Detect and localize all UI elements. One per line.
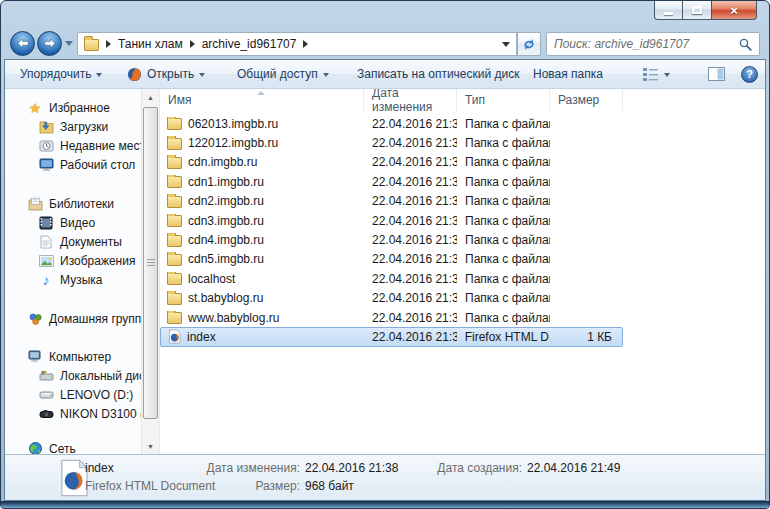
search-input[interactable]: Поиск: archive_id961707 (554, 37, 739, 51)
file-row[interactable]: www.babyblog.ru 22.04.2016 21:36 Папка с… (160, 308, 623, 327)
sidebar-scrollbar[interactable]: ▲ ▼ (141, 89, 160, 454)
file-name: cdn2.imgbb.ru (188, 194, 264, 208)
file-row[interactable]: 062013.imgbb.ru 22.04.2016 21:37 Папка с… (160, 114, 623, 133)
sidebar-item-drive-d[interactable]: LENOVO (D:) (5, 385, 141, 404)
sidebar-group-homegroup[interactable]: Домашняя группа (5, 309, 141, 328)
file-row[interactable]: cdn2.imgbb.ru 22.04.2016 21:36 Папка с ф… (160, 192, 623, 211)
sidebar-group-libraries[interactable]: Библиотеки (5, 194, 141, 213)
sidebar-group-network[interactable]: Сеть (5, 439, 141, 454)
file-date: 22.04.2016 21:36 (364, 175, 457, 189)
back-button[interactable] (10, 31, 35, 56)
sidebar-item-label: Изображения (60, 254, 135, 268)
details-created-value: 22.04.2016 21:49 (527, 461, 620, 475)
file-type: Firefox HTML Doc... (457, 330, 550, 344)
desktop-icon (38, 157, 54, 173)
open-button[interactable]: Открыть (127, 60, 205, 88)
forward-button[interactable] (37, 31, 62, 56)
details-modified: Дата изменения: 22.04.2016 21:38 (197, 461, 398, 475)
sidebar-group-favorites[interactable]: ★ Избранное (5, 98, 141, 117)
sidebar-item-label: Загрузки (60, 120, 108, 134)
file-name: 122012.imgbb.ru (188, 136, 278, 150)
file-row[interactable]: cdn3.imgbb.ru 22.04.2016 21:36 Папка с ф… (160, 211, 623, 230)
client-area: Упорядочить Открыть Общий доступ Записат… (4, 59, 766, 501)
minimize-button[interactable] (654, 1, 683, 20)
close-button[interactable]: × (712, 1, 757, 20)
file-date: 22.04.2016 21:36 (364, 155, 457, 169)
file-row[interactable]: cdn5.imgbb.ru 22.04.2016 21:36 Папка с ф… (160, 250, 623, 269)
breadcrumb-segment[interactable]: archive_id961707 (202, 37, 297, 51)
sidebar-item-camera-drive[interactable]: NIKON D3100 (H (5, 404, 141, 423)
scrollbar-grip-icon (147, 259, 155, 267)
column-label: Дата изменения (372, 89, 456, 114)
firefox-html-icon (60, 459, 88, 497)
file-date: 22.04.2016 21:36 (364, 233, 457, 247)
details-size: Размер: 968 байт (197, 479, 354, 493)
sidebar-item-recent-places[interactable]: Недавние места (5, 136, 141, 155)
details-modified-label: Дата изменения: (197, 461, 300, 475)
recent-places-icon (38, 138, 54, 154)
file-date: 22.04.2016 21:36 (364, 214, 457, 228)
file-row[interactable]: cdn.imgbb.ru 22.04.2016 21:36 Папка с фа… (160, 153, 623, 172)
file-name: cdn5.imgbb.ru (188, 252, 264, 266)
organize-button[interactable]: Упорядочить (20, 60, 102, 88)
open-label: Открыть (147, 67, 194, 81)
sidebar-group-label: Сеть (49, 442, 76, 455)
breadcrumb-segment[interactable]: Танин хлам (118, 37, 183, 51)
firefox-html-icon (168, 329, 181, 344)
search-box[interactable]: Поиск: archive_id961707 (546, 32, 760, 56)
body-area: ★ Избранное Загрузки Недавние места (5, 89, 765, 454)
scroll-up-icon[interactable]: ▲ (142, 89, 159, 105)
column-header-type[interactable]: Тип (457, 89, 550, 111)
scroll-down-icon[interactable]: ▼ (142, 438, 159, 454)
file-date: 22.04.2016 21:35 (364, 291, 457, 305)
file-type: Папка с файлами (457, 155, 550, 169)
sidebar-item-desktop[interactable]: Рабочий стол (5, 155, 141, 174)
sidebar-group-computer[interactable]: Компьютер (5, 347, 141, 366)
burn-button[interactable]: Записать на оптический диск (357, 60, 520, 88)
sidebar-item-local-disk[interactable]: Локальный диск (5, 366, 141, 385)
maximize-button[interactable] (683, 1, 712, 20)
address-dropdown-icon[interactable] (502, 42, 510, 47)
sidebar-group-label: Домашняя группа (49, 312, 141, 326)
share-button[interactable]: Общий доступ (237, 60, 329, 88)
file-row[interactable]: localhost 22.04.2016 21:36 Папка с файла… (160, 269, 623, 288)
sidebar-item-pictures[interactable]: Изображения (5, 251, 141, 270)
file-row[interactable]: cdn4.imgbb.ru 22.04.2016 21:36 Папка с ф… (160, 230, 623, 249)
file-type: Папка с файлами (457, 175, 550, 189)
new-folder-button[interactable]: Новая папка (533, 60, 603, 88)
recent-pages-chevron-icon[interactable] (65, 41, 73, 46)
column-header-date[interactable]: Дата изменения (364, 89, 457, 111)
breadcrumb-separator-icon (303, 40, 308, 48)
sidebar-item-label: Рабочий стол (60, 158, 135, 172)
refresh-icon (522, 38, 536, 51)
sidebar-item-documents[interactable]: Документы (5, 232, 141, 251)
sidebar-item-label: Недавние места (60, 139, 141, 153)
preview-pane-button[interactable] (708, 60, 725, 88)
address-bar[interactable]: Танин хлам archive_id961707 (77, 32, 517, 56)
homegroup-icon (27, 311, 43, 327)
column-header-size[interactable]: Размер (550, 89, 623, 111)
sidebar-item-video[interactable]: Видео (5, 213, 141, 232)
views-button[interactable] (643, 60, 670, 88)
firefox-icon (127, 67, 142, 82)
sidebar-item-music[interactable]: ♪ Музыка (5, 270, 141, 289)
folder-icon (167, 312, 182, 324)
burn-label: Записать на оптический диск (357, 67, 520, 81)
sidebar-group-label: Библиотеки (49, 197, 114, 211)
file-row-selected[interactable]: index 22.04.2016 21:38 Firefox HTML Doc.… (160, 327, 623, 346)
help-button[interactable]: ? (741, 60, 758, 88)
column-label: Имя (168, 93, 191, 107)
file-row[interactable]: st.babyblog.ru 22.04.2016 21:35 Папка с … (160, 289, 623, 308)
sidebar-item-downloads[interactable]: Загрузки (5, 117, 141, 136)
file-date: 22.04.2016 21:37 (364, 117, 457, 131)
refresh-button[interactable] (517, 32, 541, 56)
file-row[interactable]: 122012.imgbb.ru 22.04.2016 21:36 Папка с… (160, 133, 623, 152)
camera-drive-icon (38, 406, 54, 422)
details-modified-value: 22.04.2016 21:38 (305, 461, 398, 475)
file-rows: 062013.imgbb.ru 22.04.2016 21:37 Папка с… (160, 111, 765, 347)
file-row[interactable]: cdn1.imgbb.ru 22.04.2016 21:36 Папка с ф… (160, 172, 623, 191)
file-list: Имя Дата изменения Тип Размер 062013.img… (160, 89, 765, 454)
breadcrumb-separator-icon (106, 40, 111, 48)
folder-icon (167, 196, 182, 208)
scrollbar-thumb[interactable] (143, 107, 158, 419)
